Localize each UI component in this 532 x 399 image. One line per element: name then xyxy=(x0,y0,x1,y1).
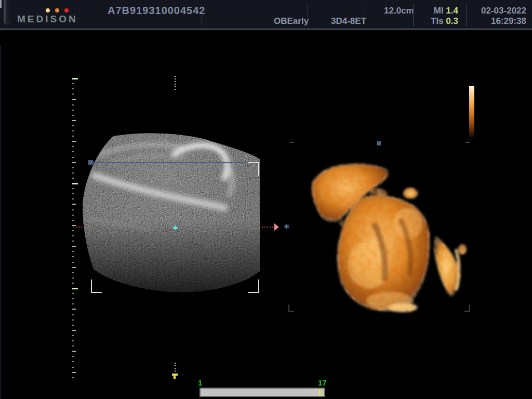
header-divider xyxy=(202,4,202,26)
roi-corner-bracket[interactable] xyxy=(248,280,259,293)
render-3d-image-canvas[interactable] xyxy=(291,145,470,317)
centerline-marker-icon xyxy=(174,376,176,379)
probe-name: 3D4-8ET xyxy=(331,16,366,26)
brand-dot-icon xyxy=(55,8,59,12)
bmode-anatomy xyxy=(81,132,266,294)
cine-start-label: 1 xyxy=(198,378,202,387)
render-corner-bracket xyxy=(465,142,470,143)
header-divider xyxy=(413,4,414,26)
render-colorbar xyxy=(469,86,474,137)
system-date: 02-03-2022 xyxy=(468,6,526,16)
cine-slider-indicator[interactable] xyxy=(319,389,321,395)
depth-ruler xyxy=(72,78,78,378)
roi-corner-bracket[interactable] xyxy=(248,162,259,176)
brand-logo: MEDISON xyxy=(17,14,78,25)
cine-end-label: 17 xyxy=(318,378,327,387)
header-divider xyxy=(466,4,467,26)
render-corner-bracket xyxy=(288,304,294,312)
bmode-image-canvas[interactable] xyxy=(81,132,266,294)
system-time: 16:29:38 xyxy=(468,16,526,26)
roi-top-line xyxy=(90,162,259,163)
render-region-handle[interactable] xyxy=(377,141,381,145)
trackball-cursor-icon[interactable]: ✱ xyxy=(284,223,290,230)
tis-value: 0.3 xyxy=(446,16,458,26)
tis-readout: TIs 0.3 xyxy=(421,16,458,26)
scan-depth: 12.0cm xyxy=(384,6,414,16)
header-divider xyxy=(365,4,365,26)
centerline-top-dots xyxy=(175,76,176,90)
top-status-bar: MEDISON A7B919310004542 OBEarly 3D4-8ET … xyxy=(0,0,532,30)
roi-handle[interactable] xyxy=(88,160,93,165)
mi-label: MI xyxy=(434,6,444,16)
render-corner-bracket xyxy=(289,142,294,143)
brand-dot-icon xyxy=(46,8,50,12)
roi-corner-bracket[interactable] xyxy=(91,280,102,293)
ultrasound-screen: MEDISON A7B919310004542 OBEarly 3D4-8ET … xyxy=(0,0,532,399)
focus-depth-dots-left xyxy=(73,227,88,228)
tis-label: TIs xyxy=(431,16,444,26)
focus-depth-dots-right xyxy=(262,227,274,228)
render-3d-anatomy xyxy=(312,164,466,312)
brand-dot-icon xyxy=(64,8,69,12)
edge-accent-mark xyxy=(0,0,2,8)
render-corner-bracket xyxy=(464,304,470,312)
left-pill-decoration xyxy=(4,0,9,24)
center-cross-icon xyxy=(175,225,176,230)
mi-readout: MI 1.4 xyxy=(421,6,458,16)
mi-value: 1.4 xyxy=(446,6,458,16)
exam-preset: OBEarly xyxy=(274,16,309,26)
focus-arrow-icon[interactable] xyxy=(274,223,279,231)
centerline-bottom-dots xyxy=(175,363,176,373)
left-edge-strip xyxy=(0,46,1,399)
cine-slider[interactable] xyxy=(200,388,325,397)
patient-id: A7B919310004542 xyxy=(108,5,206,17)
header-divider xyxy=(308,4,308,26)
